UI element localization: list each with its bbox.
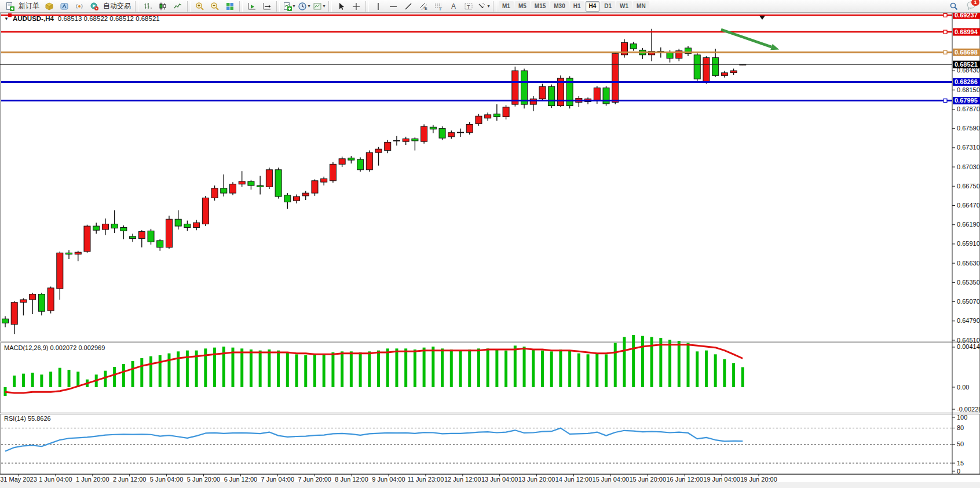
arrows-button[interactable]: ▾ — [476, 0, 491, 13]
price-chart[interactable]: 0.684300.681500.678700.675900.673100.670… — [0, 0, 980, 488]
channel-icon: E — [419, 2, 428, 11]
svg-text:14 Jun 12:00: 14 Jun 12:00 — [555, 476, 593, 483]
auto-trading-icon — [90, 2, 99, 11]
crosshair-button[interactable] — [349, 0, 364, 13]
timeframe-m30-button[interactable]: M30 — [550, 1, 568, 12]
cube-icon — [45, 2, 54, 11]
svg-text:80: 80 — [957, 424, 964, 431]
auto-scroll-button[interactable] — [244, 0, 259, 13]
zoom-out-button[interactable] — [207, 0, 222, 13]
svg-text:0.65630: 0.65630 — [957, 260, 980, 267]
auto-trading-button[interactable] — [87, 0, 102, 13]
line-chart-button[interactable] — [170, 0, 185, 13]
svg-text:13 Jun 04:00: 13 Jun 04:00 — [481, 476, 518, 483]
auto-trading-label[interactable]: 自动交易 — [103, 1, 131, 11]
horizontal-line-button[interactable] — [386, 0, 401, 13]
svg-text:16 Jun 12:00: 16 Jun 12:00 — [666, 476, 703, 483]
svg-text:0.00: 0.00 — [957, 384, 969, 391]
svg-text:8 Jun 12:00: 8 Jun 12:00 — [335, 476, 368, 483]
chart-shift-button[interactable] — [259, 0, 275, 13]
signals-button[interactable] — [72, 0, 87, 13]
trendline-button[interactable] — [401, 0, 416, 13]
toolbar-separator — [135, 1, 138, 12]
svg-text:0.67870: 0.67870 — [957, 105, 980, 112]
svg-text:0.67590: 0.67590 — [957, 125, 980, 132]
svg-text:0.65910: 0.65910 — [957, 240, 980, 247]
svg-text:19 Jun 20:00: 19 Jun 20:00 — [740, 476, 777, 483]
zoom-in-button[interactable] — [192, 0, 207, 13]
indicators-button[interactable]: ▾ — [281, 0, 297, 13]
text-label-icon: T — [464, 2, 473, 11]
svg-text:0.004142: 0.004142 — [957, 343, 980, 350]
symbol-dropdown-icon[interactable]: ▼ — [4, 16, 9, 21]
timeframe-h4-button[interactable]: H4 — [586, 1, 600, 12]
symbol-ohlc: 0.68513 0.68522 0.68512 0.68521 — [58, 15, 160, 22]
svg-text:0.67030: 0.67030 — [957, 163, 980, 170]
svg-text:50: 50 — [957, 440, 964, 447]
search-icon — [949, 2, 959, 11]
cursor-icon — [337, 2, 346, 11]
svg-text:7 Jun 20:00: 7 Jun 20:00 — [298, 476, 331, 483]
svg-text:0.65070: 0.65070 — [957, 298, 980, 305]
search-button[interactable] — [946, 0, 961, 13]
svg-text:15 Jun 04:00: 15 Jun 04:00 — [593, 476, 630, 483]
bar-chart-icon — [143, 2, 152, 11]
timeframe-h1-button[interactable]: H1 — [570, 1, 584, 12]
timeframe-w1-button[interactable]: W1 — [616, 1, 632, 12]
templates-button[interactable]: ▾ — [312, 0, 327, 13]
toolbar-separator — [276, 1, 280, 12]
timeframe-m15-button[interactable]: M15 — [531, 1, 549, 12]
svg-text:-0.002286: -0.002286 — [957, 406, 980, 413]
vertical-line-icon — [374, 2, 383, 11]
vertical-line-button[interactable] — [371, 0, 386, 13]
svg-text:0.67995: 0.67995 — [955, 97, 978, 104]
svg-text:15: 15 — [957, 460, 964, 467]
indicators-icon — [283, 2, 292, 11]
metaeditor-button[interactable] — [57, 0, 72, 13]
market-watch-button[interactable] — [42, 0, 57, 13]
svg-text:0: 0 — [957, 468, 960, 475]
cursor-button[interactable] — [334, 0, 349, 13]
timeframe-mn-button[interactable]: MN — [633, 1, 649, 12]
svg-text:2 Jun 12:00: 2 Jun 12:00 — [113, 476, 147, 483]
svg-text:12 Jun 12:00: 12 Jun 12:00 — [444, 476, 481, 483]
tile-windows-button[interactable] — [222, 0, 237, 13]
svg-text:0.64510: 0.64510 — [957, 337, 980, 344]
svg-text:0.66470: 0.66470 — [957, 202, 980, 209]
toolbar-separator — [239, 1, 243, 12]
text-button[interactable]: A — [446, 0, 461, 13]
timeframe-m1-button[interactable]: M1 — [499, 1, 514, 12]
fibonacci-icon: F — [434, 2, 443, 11]
arrows-icon — [477, 2, 487, 11]
text-icon: A — [449, 2, 458, 11]
rsi-indicator-label: RSI(14) 55.8626 — [4, 415, 51, 422]
svg-text:6 Jun 12:00: 6 Jun 12:00 — [224, 476, 258, 483]
template-icon — [313, 2, 322, 11]
crosshair-icon — [352, 2, 361, 11]
bar-chart-button[interactable] — [140, 0, 155, 13]
candlestick-chart-button[interactable] — [155, 0, 170, 13]
text-label-button[interactable]: T — [461, 0, 476, 13]
svg-text:0.67310: 0.67310 — [957, 144, 980, 151]
svg-text:0.68994: 0.68994 — [955, 28, 978, 35]
periods-button[interactable]: ▾ — [297, 0, 312, 13]
svg-text:0.66190: 0.66190 — [957, 221, 980, 228]
svg-text:13 Jun 20:00: 13 Jun 20:00 — [518, 476, 555, 483]
notifications-button[interactable]: 1 — [966, 1, 977, 12]
trendline-icon — [404, 2, 413, 11]
chart-shift-icon — [262, 2, 272, 11]
new-order-button[interactable] — [2, 0, 17, 13]
chevron-down-icon: ▾ — [487, 3, 489, 9]
timeframe-m5-button[interactable]: M5 — [515, 1, 530, 12]
line-chart-icon — [173, 2, 182, 11]
svg-text:0.64790: 0.64790 — [957, 317, 980, 324]
equidistant-channel-button[interactable]: E — [416, 0, 431, 13]
main-toolbar: 新订单 自动交易 ▾ ▾ — [0, 0, 980, 13]
svg-text:1 Jun 20:00: 1 Jun 20:00 — [76, 476, 109, 483]
toolbar-separator — [365, 1, 369, 12]
tile-windows-icon — [225, 2, 235, 11]
timeframe-d1-button[interactable]: D1 — [601, 1, 615, 12]
svg-text:5 Jun 20:00: 5 Jun 20:00 — [187, 476, 221, 483]
new-order-label[interactable]: 新订单 — [19, 1, 39, 11]
fibonacci-button[interactable]: F — [431, 0, 446, 13]
